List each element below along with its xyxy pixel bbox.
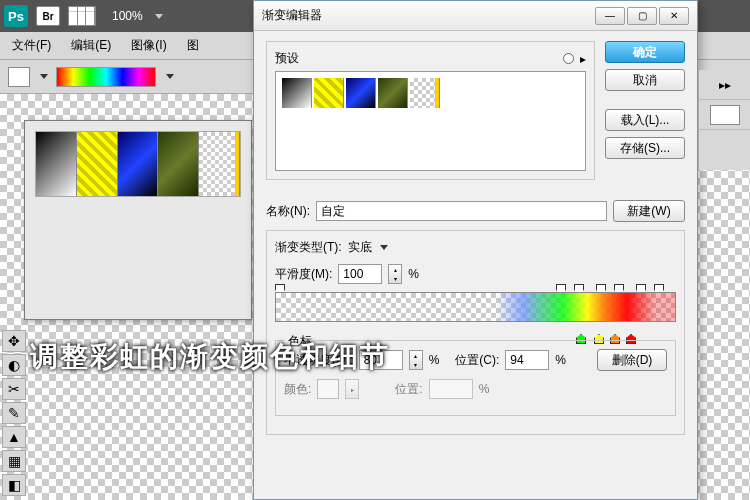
gradient-preset-flyout	[24, 120, 252, 320]
gradient-bar[interactable]	[275, 292, 676, 322]
name-input[interactable]	[316, 201, 607, 221]
smooth-input[interactable]	[338, 264, 382, 284]
dialog-title-text: 渐变编辑器	[262, 7, 322, 24]
save-button[interactable]: 存储(S)...	[605, 137, 685, 159]
position-label: 位置(C):	[455, 352, 499, 369]
panel-expand-icon[interactable]: ▸▸	[719, 78, 731, 92]
move-tool[interactable]: ✥	[2, 330, 26, 352]
menu-edit[interactable]: 编辑(E)	[63, 33, 119, 58]
tool-preset-picker[interactable]	[8, 67, 30, 87]
color-picker-btn: ▸	[345, 379, 359, 399]
position-input[interactable]	[505, 350, 549, 370]
ok-button[interactable]: 确定	[605, 41, 685, 63]
dialog-titlebar[interactable]: 渐变编辑器 — ▢ ✕	[254, 1, 697, 31]
load-button[interactable]: 载入(L)...	[605, 109, 685, 131]
photoshop-icon: Ps	[4, 5, 28, 27]
name-label: 名称(N):	[266, 203, 310, 220]
caption-overlay: 调整彩虹的渐变颜色和细节	[30, 338, 390, 376]
preset-item[interactable]	[36, 132, 77, 196]
dropdown-icon[interactable]	[380, 245, 388, 250]
preset-item[interactable]	[346, 78, 376, 108]
crop-tool[interactable]: ✂	[2, 378, 26, 400]
gradient-bar-editor[interactable]	[275, 292, 676, 336]
dropdown-icon[interactable]	[166, 74, 174, 79]
menu-file[interactable]: 文件(F)	[4, 33, 59, 58]
frames-icon[interactable]	[68, 6, 96, 26]
bridge-icon[interactable]: Br	[36, 6, 60, 26]
panel-swatch[interactable]	[710, 105, 740, 125]
presets-list[interactable]	[275, 71, 586, 171]
smooth-spinner[interactable]: ▴▾	[388, 264, 402, 284]
type-label: 渐变类型(T):	[275, 239, 342, 256]
presets-fieldset: 预设 ▸	[266, 41, 595, 180]
menu-image[interactable]: 图像(I)	[123, 33, 174, 58]
preset-list	[35, 131, 241, 197]
preset-item[interactable]	[378, 78, 408, 108]
preset-item[interactable]	[410, 78, 440, 108]
lasso-tool[interactable]: ◐	[2, 354, 26, 376]
brush-tool[interactable]: ✎	[2, 402, 26, 424]
preset-item[interactable]	[77, 132, 118, 196]
gradient-picker[interactable]	[56, 67, 156, 87]
cancel-button[interactable]: 取消	[605, 69, 685, 91]
position2-label: 位置:	[395, 381, 422, 398]
toolbox: ✥ ◐ ✂ ✎ ▲ ▦ ◧	[2, 330, 28, 496]
minimize-button[interactable]: —	[595, 7, 625, 25]
new-button[interactable]: 新建(W)	[613, 200, 685, 222]
menu-layer[interactable]: 图	[179, 33, 207, 58]
zoom-dropdown-icon[interactable]	[155, 14, 163, 19]
color-swatch	[317, 379, 339, 399]
preset-item[interactable]	[199, 132, 240, 196]
preset-menu-icon[interactable]: ▸	[580, 52, 586, 66]
color-label: 颜色:	[284, 381, 311, 398]
preset-item[interactable]	[314, 78, 344, 108]
smooth-label: 平滑度(M):	[275, 266, 332, 283]
type-value[interactable]: 实底	[348, 239, 372, 256]
preset-item[interactable]	[158, 132, 199, 196]
preset-item[interactable]	[282, 78, 312, 108]
gradient-editor-dialog: 渐变编辑器 — ▢ ✕ 预设 ▸	[253, 0, 698, 500]
preset-item[interactable]	[118, 132, 159, 196]
delete-button[interactable]: 删除(D)	[597, 349, 667, 371]
close-button[interactable]: ✕	[659, 7, 689, 25]
dropdown-icon[interactable]	[40, 74, 48, 79]
presets-label: 预设	[275, 50, 299, 67]
stamp-tool[interactable]: ▲	[2, 426, 26, 448]
eraser-tool[interactable]: ◧	[2, 474, 26, 496]
right-panels: ▸▸	[698, 70, 750, 170]
maximize-button[interactable]: ▢	[627, 7, 657, 25]
gradient-type-fieldset: 渐变类型(T): 实底 平滑度(M): ▴▾ % 色标	[266, 230, 685, 435]
gradient-tool[interactable]: ▦	[2, 450, 26, 472]
preset-size-icon[interactable]	[563, 53, 574, 64]
zoom-level[interactable]: 100%	[112, 9, 143, 23]
position2-input	[429, 379, 473, 399]
opacity-spinner[interactable]: ▴▾	[409, 350, 423, 370]
